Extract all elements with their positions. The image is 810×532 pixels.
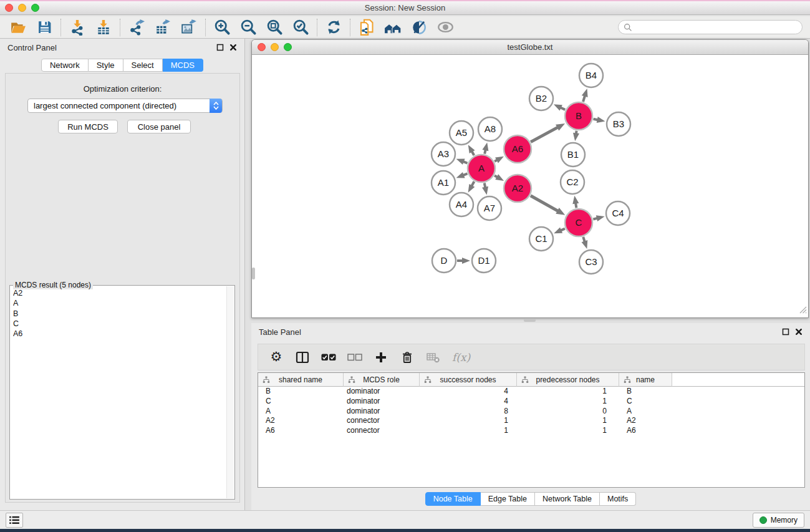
- zoom-out-button[interactable]: [235, 17, 261, 37]
- refresh-view-button[interactable]: [321, 17, 347, 37]
- table-cell[interactable]: dominator: [344, 397, 420, 407]
- first-neighbors-button[interactable]: [380, 17, 406, 37]
- close-panel-icon[interactable]: [795, 328, 803, 336]
- mcds-result-list[interactable]: A2ABCA6: [13, 288, 226, 498]
- tab-motifs[interactable]: Motifs: [600, 492, 636, 506]
- show-hide-graphics-details-button[interactable]: [406, 17, 432, 37]
- level-of-detail-button[interactable]: [432, 17, 458, 37]
- export-table-button[interactable]: [150, 17, 176, 37]
- zoom-fit-button[interactable]: [261, 17, 287, 37]
- split-pane-divider-handle[interactable]: [524, 319, 536, 322]
- attribute-icon: [348, 376, 355, 384]
- graph-edge-A2-C[interactable]: [531, 196, 559, 211]
- table-cell[interactable]: C: [258, 397, 344, 407]
- result-list-scrollbar[interactable]: [226, 286, 234, 498]
- mcds-result-item[interactable]: B: [13, 309, 226, 319]
- tab-node-table[interactable]: Node Table: [425, 492, 481, 506]
- table-row[interactable]: Adominator80A: [258, 407, 804, 417]
- function-builder-button[interactable]: f(x): [452, 350, 470, 365]
- close-panel-icon[interactable]: [229, 44, 237, 51]
- zoom-in-button[interactable]: [209, 17, 235, 37]
- node-attribute-table[interactable]: shared nameMCDS rolesuccessor nodesprede…: [258, 372, 805, 488]
- table-cell[interactable]: B: [619, 387, 672, 397]
- table-cell[interactable]: 4: [420, 397, 517, 407]
- save-session-button[interactable]: [31, 17, 57, 37]
- table-cell[interactable]: connector: [344, 416, 420, 426]
- table-cell[interactable]: 1: [420, 416, 517, 426]
- table-cell[interactable]: 1: [517, 397, 619, 407]
- table-cell[interactable]: connector: [344, 426, 420, 436]
- network-graph[interactable]: B4B2BB3A8A5A6A3B1AA1C2A2A4A7C4CC1DD1C3: [253, 56, 808, 317]
- zoom-selected-button[interactable]: [287, 17, 314, 37]
- open-session-button[interactable]: [5, 17, 31, 37]
- unchecked-checkboxes-icon: [347, 353, 362, 362]
- memory-button[interactable]: Memory: [753, 513, 804, 528]
- delete-column-button[interactable]: [400, 350, 415, 365]
- tab-edge-table[interactable]: Edge Table: [481, 492, 535, 506]
- import-table-button[interactable]: [90, 17, 117, 37]
- table-cell[interactable]: A2: [258, 416, 344, 426]
- table-cell[interactable]: 8: [420, 407, 517, 417]
- unselect-all-button[interactable]: [347, 350, 362, 365]
- search-field[interactable]: [618, 20, 803, 34]
- table-cell[interactable]: C: [619, 397, 672, 407]
- add-column-button[interactable]: [374, 350, 388, 365]
- float-panel-icon[interactable]: [782, 328, 789, 336]
- show-panels-menu-button[interactable]: [6, 513, 23, 528]
- table-row[interactable]: A2connector11A2: [258, 416, 804, 426]
- column-header-MCDS-role[interactable]: MCDS role: [344, 373, 420, 387]
- graph-node-label: A: [478, 163, 485, 173]
- table-row[interactable]: Bdominator41B: [258, 387, 804, 397]
- import-network-button[interactable]: [64, 17, 90, 37]
- table-cell[interactable]: 0: [517, 407, 619, 417]
- tab-style[interactable]: Style: [89, 59, 123, 72]
- tab-network-table[interactable]: Network Table: [535, 492, 600, 506]
- export-network-button[interactable]: [123, 17, 150, 37]
- table-cell[interactable]: A6: [619, 426, 672, 436]
- zoom-fit-icon: [266, 19, 283, 36]
- delete-table-button[interactable]: [426, 350, 441, 365]
- criterion-dropdown[interactable]: largest connected component (directed): [27, 99, 223, 113]
- network-canvas[interactable]: B4B2BB3A8A5A6A3B1AA1C2A2A4A7C4CC1DD1C3: [253, 56, 808, 317]
- graph-edge-A6-B[interactable]: [531, 127, 558, 142]
- mcds-result-item[interactable]: C: [13, 319, 226, 329]
- window-resize-grip[interactable]: [798, 304, 807, 316]
- tab-network[interactable]: Network: [41, 59, 89, 72]
- tab-mcds[interactable]: MCDS: [163, 59, 203, 72]
- column-header-predecessor-nodes[interactable]: predecessor nodes: [517, 373, 619, 387]
- vertical-scrollbar-thumb[interactable]: [252, 268, 255, 279]
- table-row[interactable]: A6connector11A6: [258, 426, 804, 436]
- mcds-result-item[interactable]: A: [13, 298, 226, 308]
- mcds-result-item[interactable]: A6: [13, 329, 226, 339]
- table-cell[interactable]: A2: [619, 416, 672, 426]
- select-all-button[interactable]: [321, 350, 336, 365]
- table-cell[interactable]: dominator: [344, 407, 420, 417]
- network-window-titlebar[interactable]: testGlobe.txt: [252, 40, 808, 55]
- table-cell[interactable]: 1: [420, 426, 517, 436]
- table-options-button[interactable]: ⚙: [269, 350, 284, 365]
- column-header-successor-nodes[interactable]: successor nodes: [420, 373, 517, 387]
- float-panel-icon[interactable]: [216, 44, 224, 51]
- table-cell[interactable]: 1: [517, 387, 619, 397]
- column-header-shared-name[interactable]: shared name: [258, 373, 344, 387]
- table-cell[interactable]: A: [258, 407, 344, 417]
- table-cell[interactable]: B: [258, 387, 344, 397]
- table-cell[interactable]: A6: [258, 426, 344, 436]
- column-view-button[interactable]: [295, 350, 310, 365]
- table-cell[interactable]: 1: [517, 416, 619, 426]
- export-image-button[interactable]: [176, 17, 202, 37]
- table-cell[interactable]: dominator: [344, 387, 420, 397]
- arrowhead-icon: [596, 215, 605, 221]
- mcds-result-item[interactable]: A2: [13, 288, 226, 298]
- table-cell[interactable]: 4: [420, 387, 517, 397]
- close-panel-button[interactable]: Close panel: [127, 120, 191, 133]
- column-header-name[interactable]: name: [619, 373, 672, 387]
- search-input[interactable]: [635, 23, 797, 32]
- new-network-from-selection-button[interactable]: [354, 17, 380, 37]
- graph-node-label: B2: [536, 93, 547, 104]
- table-row[interactable]: Cdominator41C: [258, 397, 804, 407]
- tab-select[interactable]: Select: [123, 59, 163, 72]
- table-cell[interactable]: A: [619, 407, 672, 417]
- run-mcds-button[interactable]: Run MCDS: [58, 120, 118, 133]
- table-cell[interactable]: 1: [517, 426, 619, 436]
